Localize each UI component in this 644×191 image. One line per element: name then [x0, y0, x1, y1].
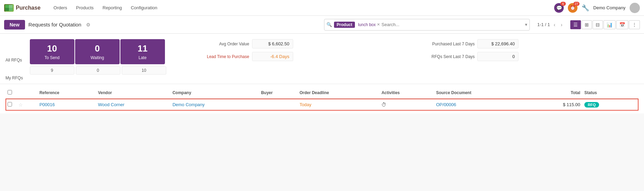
svg-rect-3 — [9, 8, 13, 11]
list-view-button[interactable]: ☰ — [570, 20, 581, 29]
company-link[interactable]: Demo Company — [172, 102, 205, 107]
table-header-row: Reference Vendor Company Buyer Order Dea… — [5, 87, 639, 99]
lead-time-value: -6.4 Days — [252, 52, 293, 61]
col-source-document-header[interactable]: Source Document — [434, 87, 530, 99]
row-activities[interactable]: ⏱ — [379, 99, 434, 111]
messages-button[interactable]: 💬 6 — [554, 3, 564, 13]
company-name[interactable]: Demo Company — [593, 5, 625, 10]
kanban-view-button[interactable]: ⊞ — [582, 20, 592, 29]
calendar-view-button[interactable]: 📅 — [616, 20, 628, 29]
kpi-avg-order: Avg Order Value $ 6,602.50 — [194, 39, 413, 48]
select-all-checkbox-header[interactable] — [5, 87, 16, 99]
stat-rows: 9 0 10 — [30, 66, 167, 75]
row-source-document[interactable]: OP/00006 — [434, 99, 530, 111]
activities-count: 27 — [573, 2, 580, 6]
my-waiting: 0 — [76, 66, 120, 75]
kpi-section: Avg Order Value $ 6,602.50 Lead Time to … — [194, 39, 639, 61]
col-star-header — [16, 87, 37, 99]
menu-products[interactable]: Products — [72, 3, 98, 12]
row-star[interactable]: ☆ — [16, 99, 37, 111]
tag-type-label: Product — [337, 22, 352, 27]
row-status: RFQ — [582, 99, 629, 111]
row-vendor[interactable]: Wood Corner — [96, 99, 170, 111]
user-avatar[interactable] — [630, 3, 640, 13]
avg-order-label: Avg Order Value — [194, 42, 249, 46]
col-reference-header[interactable]: Reference — [37, 87, 96, 99]
kpi-lead-time: Lead Time to Purchase -6.4 Days — [194, 52, 413, 61]
search-input[interactable] — [382, 22, 524, 27]
col-total-header[interactable]: Total — [530, 87, 582, 99]
app-logo[interactable]: Purchase — [4, 4, 47, 12]
activities-button[interactable]: ⏰ 27 — [568, 3, 577, 13]
col-buyer-header[interactable]: Buyer — [259, 87, 297, 99]
tag-close-icon[interactable]: ✕ — [377, 22, 380, 27]
stats-section: All RFQs My RFQs 10 To Send 0 Waiting 11… — [0, 34, 644, 83]
stat-cards-row: 10 To Send 0 Waiting 11 Late — [30, 39, 167, 64]
pagination-info: 1-1 / 1 ‹ › — [537, 21, 564, 28]
pagination-prev[interactable]: ‹ — [552, 21, 557, 28]
avg-order-value: $ 6,602.50 — [252, 39, 293, 48]
view-switcher: ☰ ⊞ ⊟ 📊 📅 ⋮ — [570, 20, 640, 29]
row-checkbox[interactable] — [5, 99, 16, 111]
row-reference[interactable]: P00016 — [37, 99, 96, 111]
col-company-header[interactable]: Company — [170, 87, 259, 99]
search-tag-product[interactable]: Product — [334, 22, 355, 28]
to-send-count: 10 — [33, 43, 71, 54]
col-activities-header[interactable]: Activities — [379, 87, 434, 99]
settings-gear-icon[interactable]: ⚙ — [86, 22, 91, 27]
toolbar: New Requests for Quotation ⚙ 🔍 Product l… — [0, 16, 644, 34]
logo-icon — [4, 4, 14, 12]
vendor-link[interactable]: Wood Corner — [98, 102, 124, 107]
pagination-next[interactable]: › — [559, 21, 564, 28]
top-navigation: Purchase Orders Products Reporting Confi… — [0, 0, 644, 16]
svg-rect-1 — [9, 5, 13, 8]
table-row: ☆ P00016 Wood Corner Demo Company Today … — [5, 99, 639, 111]
search-icon: 🔍 — [326, 22, 332, 27]
svg-rect-0 — [5, 5, 9, 8]
menu-orders[interactable]: Orders — [49, 3, 71, 12]
rfq-labels: All RFQs My RFQs — [5, 39, 23, 80]
search-tag-value[interactable]: lunch box ✕ — [356, 22, 381, 27]
row-company[interactable]: Demo Company — [170, 99, 259, 111]
stat-card-to-send[interactable]: 10 To Send — [30, 39, 74, 64]
chart-view-button[interactable]: 📊 — [604, 20, 616, 29]
row-order-deadline: Today — [297, 99, 379, 111]
waiting-label: Waiting — [79, 55, 116, 60]
col-vendor-header[interactable]: Vendor — [96, 87, 170, 99]
purchased-7d-value: $ 22,696.40 — [477, 39, 518, 48]
waiting-count: 0 — [79, 43, 116, 54]
reference-link[interactable]: P00016 — [39, 102, 55, 107]
stat-card-late[interactable]: 11 Late — [120, 39, 165, 64]
col-status-header[interactable]: Status — [582, 87, 629, 99]
stat-card-waiting[interactable]: 0 Waiting — [75, 39, 120, 64]
source-doc-link[interactable]: OP/00006 — [436, 102, 456, 107]
row-extra — [629, 99, 639, 111]
extra-view-button[interactable]: ⋮ — [629, 20, 640, 29]
svg-point-4 — [632, 4, 637, 9]
new-button[interactable]: New — [4, 20, 25, 30]
pagination-text: 1-1 / 1 — [537, 22, 550, 27]
settings-icon[interactable]: 🔧 — [582, 4, 589, 12]
stat-cards-section: 10 To Send 0 Waiting 11 Late 9 0 10 — [30, 39, 167, 75]
rfqs-sent-7d-value: 0 — [477, 52, 518, 61]
my-rfqs-label: My RFQs — [5, 76, 23, 80]
late-count: 11 — [124, 43, 162, 54]
menu-reporting[interactable]: Reporting — [98, 3, 126, 12]
kpi-rfqs-sent-7d: RFQs Sent Last 7 Days 0 — [420, 52, 639, 61]
status-badge: RFQ — [584, 102, 599, 108]
late-label: Late — [124, 55, 162, 60]
menu-configuration[interactable]: Configuration — [127, 3, 161, 12]
app-title: Purchase — [16, 5, 40, 11]
kpi-purchased-7d: Purchased Last 7 Days $ 22,696.40 — [420, 39, 639, 48]
search-dropdown-icon[interactable]: ▾ — [525, 22, 527, 27]
activity-clock-icon[interactable]: ⏱ — [381, 102, 386, 108]
tag-value-text: lunch box — [358, 22, 375, 27]
grid-view-button[interactable]: ⊟ — [593, 20, 603, 29]
svg-point-5 — [631, 10, 639, 13]
my-rfqs-row: 9 0 10 — [30, 66, 167, 75]
favorite-star-icon[interactable]: ☆ — [19, 102, 23, 108]
row-total: $ 115.00 — [530, 99, 582, 111]
all-rfqs-label: All RFQs — [5, 58, 23, 63]
col-order-deadline-header[interactable]: Order Deadline — [297, 87, 379, 99]
table-section: Reference Vendor Company Buyer Order Dea… — [0, 85, 644, 113]
